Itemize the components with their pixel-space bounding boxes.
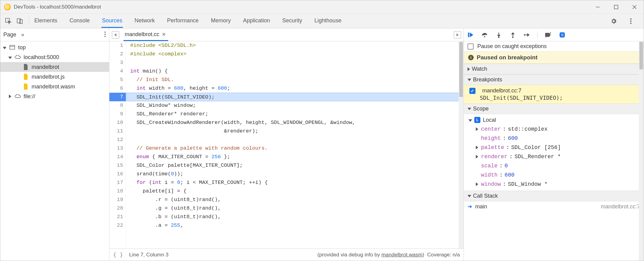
navigator-tab-page[interactable]: Page bbox=[3, 32, 16, 38]
tab-memory[interactable]: Memory bbox=[210, 14, 231, 28]
code-line[interactable]: .b = (uint8_t)rand(), bbox=[126, 213, 464, 221]
line-number[interactable]: 12 bbox=[109, 136, 126, 144]
tree-item-file[interactable]: mandelbrot bbox=[0, 62, 109, 72]
code-line[interactable]: SDL_Init(SDL_INIT_VIDEO); bbox=[126, 93, 464, 101]
show-debugger-icon[interactable] bbox=[454, 31, 461, 39]
code-line[interactable]: int main() { bbox=[126, 67, 464, 76]
line-number[interactable]: 9 bbox=[109, 110, 126, 118]
line-number[interactable]: 16 bbox=[109, 170, 126, 178]
step-out-icon[interactable] bbox=[509, 31, 517, 39]
line-number[interactable]: 1 bbox=[109, 41, 126, 50]
line-number[interactable]: 7 bbox=[109, 93, 126, 101]
line-number[interactable]: 18 bbox=[109, 187, 126, 196]
scrollbar-vertical[interactable] bbox=[459, 41, 464, 248]
code-line[interactable]: SDL_Renderer* renderer; bbox=[126, 110, 464, 118]
line-number[interactable]: 5 bbox=[109, 76, 126, 84]
tab-lighthouse[interactable]: Lighthouse bbox=[314, 14, 342, 28]
device-mode-icon[interactable] bbox=[16, 17, 24, 25]
tab-network[interactable]: Network bbox=[134, 14, 155, 28]
deactivate-breakpoints-icon[interactable] bbox=[544, 31, 552, 39]
code-line[interactable]: .a = 255, bbox=[126, 221, 464, 230]
tree-item-file[interactable]: mandelbrot.wasm bbox=[0, 82, 109, 91]
section-scope[interactable]: Scope bbox=[464, 103, 644, 114]
line-number[interactable]: 20 bbox=[109, 204, 126, 213]
code-line[interactable]: // Generate a palette with random colour… bbox=[126, 144, 464, 153]
navigator-more-tabs-icon[interactable]: » bbox=[21, 32, 24, 38]
tab-console[interactable]: Console bbox=[69, 14, 90, 28]
step-into-icon[interactable] bbox=[495, 31, 502, 39]
line-number[interactable]: 8 bbox=[109, 101, 126, 110]
tab-sources[interactable]: Sources bbox=[101, 14, 123, 28]
chevron-right-icon[interactable] bbox=[8, 93, 12, 100]
code-line[interactable]: SDL_Color palette[MAX_ITER_COUNT]; bbox=[126, 161, 464, 170]
tree-item-file[interactable]: mandelbrot.js bbox=[0, 72, 109, 82]
step-over-icon[interactable] bbox=[481, 31, 488, 39]
code-line[interactable]: #include <SDL2/SDL.h> bbox=[126, 41, 464, 50]
line-number[interactable]: 11 bbox=[109, 127, 126, 136]
scope-variable[interactable]: scale: 0 bbox=[468, 161, 644, 170]
scope-variable[interactable]: width: 600 bbox=[468, 170, 644, 180]
show-navigator-icon[interactable] bbox=[112, 31, 119, 39]
line-number[interactable]: 19 bbox=[109, 196, 126, 204]
scope-variable[interactable]: window: SDL_Window * bbox=[468, 180, 644, 189]
scope-local-header[interactable]: L Local bbox=[468, 115, 644, 125]
code-editor[interactable]: 12345678910111213141516171819202122 #inc… bbox=[109, 41, 464, 248]
pause-on-caught-row[interactable]: Pause on caught exceptions bbox=[464, 41, 644, 51]
code-line[interactable]: &renderer); bbox=[126, 127, 464, 136]
scrollbar-vertical[interactable] bbox=[639, 41, 644, 261]
provenance-link[interactable]: mandelbrot.wasm bbox=[381, 252, 422, 258]
code-line[interactable]: SDL_CreateWindowAndRenderer(width, heigh… bbox=[126, 118, 464, 127]
pause-exceptions-icon[interactable] bbox=[559, 31, 566, 39]
line-number[interactable]: 4 bbox=[109, 67, 126, 76]
code-line[interactable] bbox=[126, 136, 464, 144]
line-number[interactable]: 22 bbox=[109, 221, 126, 230]
window-minimize-button[interactable] bbox=[589, 0, 607, 14]
section-breakpoints[interactable]: Breakpoints bbox=[464, 74, 644, 85]
resume-icon[interactable] bbox=[467, 31, 474, 39]
line-number[interactable]: 2 bbox=[109, 50, 126, 58]
line-number[interactable]: 17 bbox=[109, 178, 126, 187]
gear-icon[interactable] bbox=[609, 17, 618, 25]
line-number[interactable]: 14 bbox=[109, 153, 126, 161]
chevron-down-icon[interactable] bbox=[3, 44, 6, 51]
tab-security[interactable]: Security bbox=[282, 14, 303, 28]
window-maximize-button[interactable] bbox=[607, 0, 625, 14]
tree-item-host[interactable]: localhost:5000 bbox=[0, 52, 109, 62]
window-close-button[interactable] bbox=[625, 0, 644, 14]
code-line[interactable]: srand(time(0)); bbox=[126, 170, 464, 178]
scope-variable[interactable]: center: std::complex bbox=[468, 125, 644, 134]
code-line[interactable]: int width = 600, height = 600; bbox=[126, 84, 464, 93]
inspect-element-icon[interactable] bbox=[4, 17, 13, 25]
tree-item-file-scheme[interactable]: file:// bbox=[0, 91, 109, 101]
file-tree[interactable]: top localhost:5000 mandelbrot mandelbrot… bbox=[0, 41, 109, 101]
line-number[interactable]: 21 bbox=[109, 213, 126, 221]
callstack-frame[interactable]: ➔ main mandelbrot.cc:7 bbox=[464, 201, 644, 212]
editor-tab[interactable]: mandelbrot.cc ✕ bbox=[123, 29, 168, 41]
scope-variable[interactable]: height: 600 bbox=[468, 134, 644, 143]
section-callstack[interactable]: Call Stack bbox=[464, 191, 644, 201]
code-line[interactable]: .g = (uint8_t)rand(), bbox=[126, 204, 464, 213]
line-number[interactable]: 3 bbox=[109, 58, 126, 67]
tab-performance[interactable]: Performance bbox=[166, 14, 199, 28]
tab-application[interactable]: Application bbox=[242, 14, 271, 28]
line-number[interactable]: 13 bbox=[109, 144, 126, 153]
tab-elements[interactable]: Elements bbox=[34, 14, 58, 28]
code-line[interactable]: #include <complex> bbox=[126, 50, 464, 58]
scope-variable[interactable]: palette: SDL_Color [256] bbox=[468, 143, 644, 152]
section-watch[interactable]: Watch bbox=[464, 64, 644, 74]
checkbox[interactable] bbox=[468, 43, 474, 50]
code-line[interactable]: SDL_Window* window; bbox=[126, 101, 464, 110]
line-number[interactable]: 15 bbox=[109, 161, 126, 170]
navigator-menu-icon[interactable] bbox=[104, 31, 106, 39]
chevron-down-icon[interactable] bbox=[8, 54, 12, 61]
kebab-menu-icon[interactable] bbox=[627, 17, 635, 25]
code-line[interactable]: // Init SDL. bbox=[126, 76, 464, 84]
code-line[interactable]: palette[i] = { bbox=[126, 187, 464, 196]
line-number[interactable]: 6 bbox=[109, 84, 126, 93]
code-line[interactable]: enum { MAX_ITER_COUNT = 256 }; bbox=[126, 153, 464, 161]
close-icon[interactable]: ✕ bbox=[162, 32, 166, 37]
breakpoint-item[interactable]: mandelbrot.cc:7 SDL_Init(SDL_INIT_VIDEO)… bbox=[464, 85, 644, 103]
code-line[interactable]: .r = (uint8_t)rand(), bbox=[126, 196, 464, 204]
pretty-print-icon[interactable]: { } bbox=[113, 252, 123, 258]
scope-variable[interactable]: renderer: SDL_Renderer * bbox=[468, 152, 644, 161]
